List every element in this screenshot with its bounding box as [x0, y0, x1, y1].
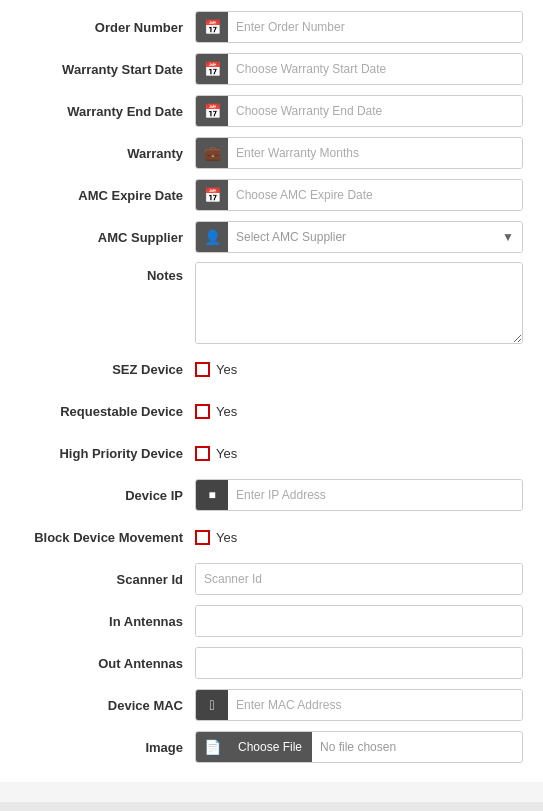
footer: Save Close: [0, 802, 543, 811]
warranty-end-date-wrapper: 📅: [195, 95, 523, 127]
network-icon: ■: [196, 480, 228, 510]
out-antennas-input[interactable]: [196, 648, 522, 678]
block-device-movement-checkbox-row: Yes: [195, 530, 237, 545]
warranty-end-date-label: Warranty End Date: [20, 104, 195, 119]
warranty-row: Warranty 💼: [20, 136, 523, 170]
requestable-device-checkbox-label: Yes: [216, 404, 237, 419]
in-antennas-row: In Antennas: [20, 604, 523, 638]
block-device-movement-label: Block Device Movement: [20, 530, 195, 545]
sez-device-checkbox[interactable]: [195, 362, 210, 377]
form-container: Order Number 📅 Warranty Start Date 📅 War…: [0, 0, 543, 782]
amc-expire-date-row: AMC Expire Date 📅: [20, 178, 523, 212]
device-ip-row: Device IP ■: [20, 478, 523, 512]
warranty-start-date-wrapper: 📅: [195, 53, 523, 85]
sez-device-row: SEZ Device Yes: [20, 352, 523, 386]
warranty-wrapper: 💼: [195, 137, 523, 169]
order-number-input[interactable]: [228, 12, 522, 42]
device-mac-input[interactable]: [228, 690, 522, 720]
device-mac-wrapper: : [195, 689, 523, 721]
choose-file-button[interactable]: Choose File: [228, 732, 312, 762]
scanner-id-input[interactable]: [196, 564, 522, 594]
calendar-icon: 📅: [196, 96, 228, 126]
image-file-wrapper: 📄 Choose File No file chosen: [195, 731, 523, 763]
image-row: Image 📄 Choose File No file chosen: [20, 730, 523, 764]
out-antennas-wrapper: [195, 647, 523, 679]
user-icon: 👤: [196, 222, 228, 252]
requestable-device-checkbox[interactable]: [195, 404, 210, 419]
image-label: Image: [20, 740, 195, 755]
high-priority-device-checkbox[interactable]: [195, 446, 210, 461]
notes-textarea[interactable]: [196, 263, 522, 343]
high-priority-device-label: High Priority Device: [20, 446, 195, 461]
amc-supplier-select[interactable]: Select AMC Supplier: [228, 222, 522, 252]
amc-expire-date-label: AMC Expire Date: [20, 188, 195, 203]
warranty-input[interactable]: [228, 138, 522, 168]
sez-device-label: SEZ Device: [20, 362, 195, 377]
device-ip-input[interactable]: [228, 480, 522, 510]
warranty-start-date-label: Warranty Start Date: [20, 62, 195, 77]
block-device-movement-row: Block Device Movement Yes: [20, 520, 523, 554]
block-device-movement-checkbox-label: Yes: [216, 530, 237, 545]
out-antennas-row: Out Antennas: [20, 646, 523, 680]
amc-expire-date-wrapper: 📅: [195, 179, 523, 211]
warranty-start-date-row: Warranty Start Date 📅: [20, 52, 523, 86]
notes-row: Notes: [20, 262, 523, 344]
order-number-label: Order Number: [20, 20, 195, 35]
calendar-icon: 📅: [196, 12, 228, 42]
sez-device-checkbox-label: Yes: [216, 362, 237, 377]
briefcase-icon: 💼: [196, 138, 228, 168]
device-ip-label: Device IP: [20, 488, 195, 503]
calendar-icon: 📅: [196, 54, 228, 84]
apple-icon: : [196, 690, 228, 720]
requestable-device-label: Requestable Device: [20, 404, 195, 419]
file-icon: 📄: [196, 732, 228, 762]
amc-supplier-wrapper: 👤 Select AMC Supplier ▼: [195, 221, 523, 253]
calendar-icon: 📅: [196, 180, 228, 210]
requestable-device-row: Requestable Device Yes: [20, 394, 523, 428]
warranty-label: Warranty: [20, 146, 195, 161]
in-antennas-input[interactable]: [196, 606, 522, 636]
in-antennas-label: In Antennas: [20, 614, 195, 629]
amc-supplier-row: AMC Supplier 👤 Select AMC Supplier ▼: [20, 220, 523, 254]
order-number-row: Order Number 📅: [20, 10, 523, 44]
file-chosen-text: No file chosen: [312, 740, 404, 754]
high-priority-device-checkbox-row: Yes: [195, 446, 237, 461]
out-antennas-label: Out Antennas: [20, 656, 195, 671]
high-priority-device-checkbox-label: Yes: [216, 446, 237, 461]
requestable-device-checkbox-row: Yes: [195, 404, 237, 419]
block-device-movement-checkbox[interactable]: [195, 530, 210, 545]
notes-wrapper: [195, 262, 523, 344]
warranty-end-date-row: Warranty End Date 📅: [20, 94, 523, 128]
scanner-id-row: Scanner Id: [20, 562, 523, 596]
footer-spacer: [0, 782, 543, 802]
high-priority-device-row: High Priority Device Yes: [20, 436, 523, 470]
device-ip-wrapper: ■: [195, 479, 523, 511]
notes-label: Notes: [20, 262, 195, 283]
in-antennas-wrapper: [195, 605, 523, 637]
order-number-input-wrapper: 📅: [195, 11, 523, 43]
warranty-start-date-input[interactable]: [228, 54, 522, 84]
scanner-id-label: Scanner Id: [20, 572, 195, 587]
amc-supplier-label: AMC Supplier: [20, 230, 195, 245]
device-mac-row: Device MAC : [20, 688, 523, 722]
sez-device-checkbox-row: Yes: [195, 362, 237, 377]
amc-expire-date-input[interactable]: [228, 180, 522, 210]
device-mac-label: Device MAC: [20, 698, 195, 713]
scanner-id-wrapper: [195, 563, 523, 595]
warranty-end-date-input[interactable]: [228, 96, 522, 126]
